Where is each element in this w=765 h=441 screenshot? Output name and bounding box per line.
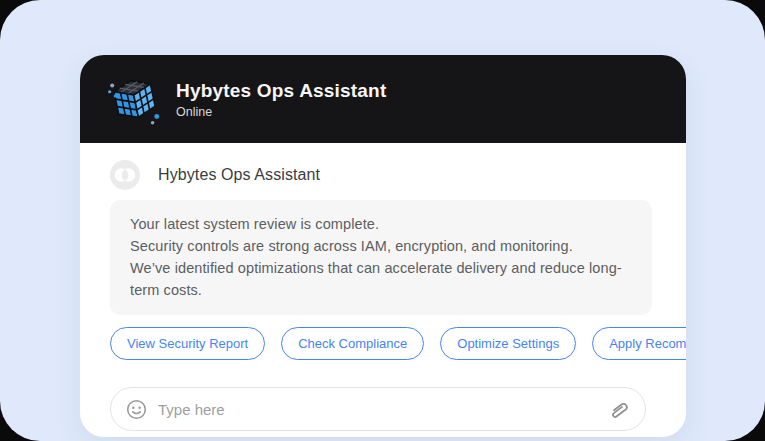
sender-name: Hybytes Ops Assistant [158,166,320,184]
paperclip-icon[interactable] [608,399,629,420]
chat-body: Hybytes Ops Assistant Your latest system… [80,143,686,437]
hybytes-cube-logo-icon [106,70,164,128]
overlapping-circles-icon [110,160,140,190]
check-compliance-button[interactable]: Check Compliance [281,327,424,360]
apply-recommendations-button[interactable]: Apply Recommendations [592,327,686,360]
assistant-message-bubble: Your latest system review is complete. S… [110,200,652,315]
message-input-bar [110,387,646,431]
sender-row: Hybytes Ops Assistant [110,160,652,190]
header-text: Hybytes Ops Assistant Online [176,80,386,119]
quick-reply-row: View Security Report Check Compliance Op… [110,327,686,360]
chat-widget: Hybytes Ops Assistant Online Hybytes Ops… [80,55,686,437]
chat-header: Hybytes Ops Assistant Online [80,55,686,143]
view-security-report-button[interactable]: View Security Report [110,327,265,360]
optimize-settings-button[interactable]: Optimize Settings [440,327,576,360]
assistant-avatar [110,160,140,190]
message-line: We’ve identified optimizations that can … [130,257,632,301]
message-line: Security controls are strong across IAM,… [130,235,632,257]
online-status: Online [176,105,386,119]
message-line: Your latest system review is complete. [130,213,632,235]
chat-text-input[interactable] [158,401,598,418]
assistant-title: Hybytes Ops Assistant [176,80,386,102]
smiley-icon[interactable] [125,398,148,421]
